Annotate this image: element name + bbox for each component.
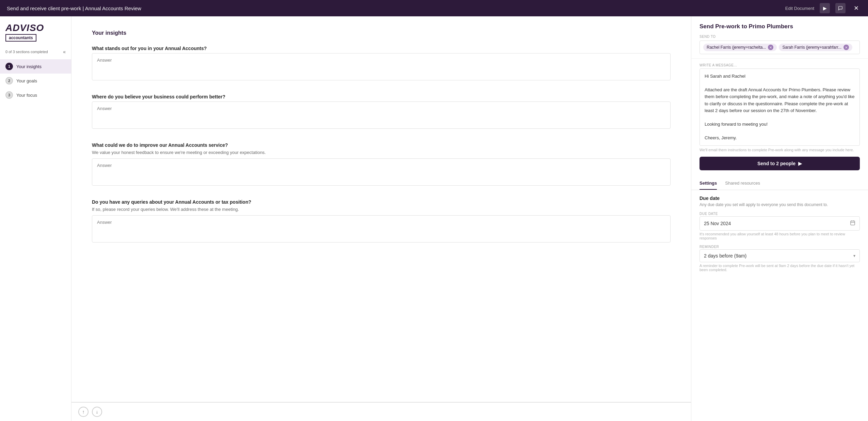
due-date-title: Due date xyxy=(700,196,860,201)
remove-recipient-2-btn[interactable]: ✕ xyxy=(843,45,849,50)
question-label-2: Where do you believe your business could… xyxy=(92,94,671,99)
remove-recipient-1-btn[interactable]: ✕ xyxy=(768,45,773,50)
content-area: Your insights What stands out for you in… xyxy=(71,16,691,402)
due-date-hint: It's recommended you allow yourself at l… xyxy=(700,232,860,240)
chat-icon-btn[interactable] xyxy=(835,3,846,13)
sidebar: ADVISO accountants 0 of 3 sections compl… xyxy=(0,16,71,421)
due-date-field xyxy=(700,216,860,231)
sidebar-logo: ADVISO accountants xyxy=(0,16,71,46)
sidebar-progress: 0 of 3 sections completed « xyxy=(0,46,71,58)
right-panel-header: Send Pre-work to Primo Plumbers Send to … xyxy=(691,16,868,59)
nav-down-btn[interactable]: ↓ xyxy=(92,407,102,417)
send-to-box: Rachel Farris (jeremy+rachelta... ✕ Sara… xyxy=(700,41,860,54)
nav-label-3: Your focus xyxy=(16,93,37,98)
question-block-3: What could we do to improve our Annual A… xyxy=(92,142,671,187)
settings-section: Due date Any due date you set will apply… xyxy=(691,190,868,282)
chevron-down-icon: ▾ xyxy=(853,253,855,258)
right-panel: Send Pre-work to Primo Plumbers Send to … xyxy=(691,16,868,421)
send-btn-label: Send to 2 people xyxy=(757,161,795,166)
answer-textarea-4[interactable] xyxy=(92,215,671,243)
answer-textarea-2[interactable] xyxy=(92,102,671,129)
progress-text: 0 of 3 sections completed xyxy=(5,50,48,54)
logo-text: ADVISO xyxy=(5,23,66,33)
message-label: Write a message... xyxy=(700,63,860,67)
content-footer: ↑ ↓ xyxy=(71,402,691,421)
sidebar-item-your-focus[interactable]: 3 Your focus xyxy=(0,88,71,102)
sidebar-item-your-goals[interactable]: 2 Your goals xyxy=(0,74,71,88)
topbar-title: Send and receive client pre-work | Annua… xyxy=(7,5,141,11)
edit-document-link[interactable]: Edit Document xyxy=(785,6,814,11)
recipient-chip-2: Sarah Farris (jeremy+sarahfarr... ✕ xyxy=(779,44,852,51)
right-panel-title: Send Pre-work to Primo Plumbers xyxy=(700,23,860,30)
message-body[interactable]: Hi Sarah and Rachel Attached are the dra… xyxy=(700,68,860,146)
question-label-4: Do you have any queries about your Annua… xyxy=(92,199,671,205)
recipient-name-2: Sarah Farris (jeremy+sarahfarr... xyxy=(782,45,841,50)
answer-textarea-1[interactable] xyxy=(92,53,671,80)
message-section: Write a message... Hi Sarah and Rachel A… xyxy=(691,59,868,177)
question-block-1: What stands out for you in your Annual A… xyxy=(92,46,671,82)
reminder-field-label: Reminder xyxy=(700,245,860,249)
question-block-2: Where do you believe your business could… xyxy=(92,94,671,130)
topbar-actions: Edit Document ▶ ✕ xyxy=(785,3,861,13)
topbar: Send and receive client pre-work | Annua… xyxy=(0,0,868,16)
sidebar-nav: 1 Your insights 2 Your goals 3 Your focu… xyxy=(0,58,71,104)
answer-textarea-3[interactable] xyxy=(92,158,671,186)
nav-circle-1: 1 xyxy=(5,63,13,70)
question-label-1: What stands out for you in your Annual A… xyxy=(92,46,671,51)
nav-up-btn[interactable]: ↑ xyxy=(78,407,89,417)
reminder-field: 2 days before (9am) 1 day before (9am) 3… xyxy=(700,249,860,262)
send-icon-btn[interactable]: ▶ xyxy=(820,3,830,13)
due-date-desc: Any due date you set will apply to every… xyxy=(700,202,860,207)
question-desc-3: We value your honest feedback to ensure … xyxy=(92,150,671,155)
section-title: Your insights xyxy=(92,30,671,36)
message-hint: We'll email them instructions to complet… xyxy=(700,148,860,152)
nav-label-2: Your goals xyxy=(16,78,37,83)
question-block-4: Do you have any queries about your Annua… xyxy=(92,199,671,244)
send-btn-icon: ▶ xyxy=(798,161,802,166)
panel-tabs: Settings Shared resources xyxy=(691,177,868,190)
main-layout: ADVISO accountants 0 of 3 sections compl… xyxy=(0,16,868,421)
question-desc-4: If so, please record your queries below.… xyxy=(92,207,671,212)
send-to-people-btn[interactable]: Send to 2 people ▶ xyxy=(700,157,860,170)
tab-settings[interactable]: Settings xyxy=(700,177,717,190)
reminder-select[interactable]: 2 days before (9am) 1 day before (9am) 3… xyxy=(704,253,853,259)
svg-rect-0 xyxy=(851,221,855,225)
recipient-chip-1: Rachel Farris (jeremy+rachelta... ✕ xyxy=(703,44,777,51)
due-date-input[interactable] xyxy=(704,221,850,226)
nav-circle-2: 2 xyxy=(5,77,13,84)
nav-circle-3: 3 xyxy=(5,91,13,99)
sidebar-item-your-insights[interactable]: 1 Your insights xyxy=(0,59,71,74)
nav-label-1: Your insights xyxy=(16,64,42,69)
question-label-3: What could we do to improve our Annual A… xyxy=(92,142,671,148)
tab-shared-resources[interactable]: Shared resources xyxy=(725,177,760,190)
reminder-hint: A reminder to complete Pre-work will be … xyxy=(700,264,860,272)
recipient-name-1: Rachel Farris (jeremy+rachelta... xyxy=(707,45,766,50)
send-to-label: Send to xyxy=(700,35,860,38)
due-date-field-label: Due date xyxy=(700,212,860,216)
close-btn[interactable]: ✕ xyxy=(851,3,861,13)
logo-subtitle: accountants xyxy=(5,34,36,42)
calendar-icon[interactable] xyxy=(850,220,855,227)
sidebar-collapse-btn[interactable]: « xyxy=(63,49,66,54)
